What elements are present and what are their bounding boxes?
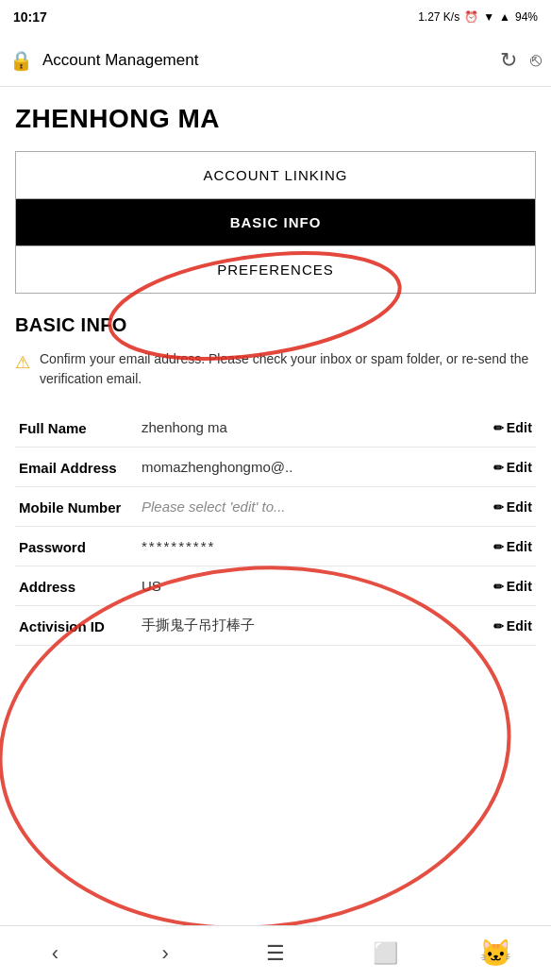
back-button[interactable]: ‹ [26, 935, 83, 972]
field-label-password: Password [15, 527, 138, 566]
battery-level: 94% [515, 10, 538, 24]
edit-pencil-icon: ✏ [493, 619, 504, 634]
table-row: Full Name zhenhong ma ✏ Edit [15, 408, 536, 448]
field-value-password: ********** [138, 527, 470, 566]
wifi-icon: ▼ [483, 10, 494, 24]
tab-section: ACCOUNT LINKING BASIC INFO PREFERENCES [15, 151, 536, 294]
tabs-button[interactable]: ⬜ [358, 935, 414, 972]
status-bar: 10:17 1.27 K/s ⏰ ▼ ▲ 94% [0, 0, 551, 34]
page-content: ZHENHONG MA ACCOUNT LINKING BASIC INFO P… [0, 87, 551, 712]
share-button[interactable]: ⎋ [530, 49, 542, 71]
field-value-activisionid: 手撕鬼子吊打棒子 [138, 606, 470, 646]
status-right: 1.27 K/s ⏰ ▼ ▲ 94% [418, 10, 538, 24]
browser-bar: 🔒 Account Management ↻ ⎋ [0, 34, 551, 87]
field-edit-fullname[interactable]: ✏ Edit [470, 408, 536, 448]
field-value-mobile: Please select 'edit' to... [138, 487, 470, 527]
alert-text: Confirm your email address. Please check… [40, 349, 536, 389]
refresh-button[interactable]: ↻ [500, 48, 517, 73]
edit-pencil-icon: ✏ [493, 580, 504, 594]
field-label-fullname: Full Name [15, 408, 138, 448]
tab-account-linking[interactable]: ACCOUNT LINKING [16, 152, 535, 199]
edit-pencil-icon: ✏ [493, 421, 504, 435]
bottom-nav: ‹ › ☰ ⬜ 🐱 [0, 925, 551, 980]
url-display[interactable]: Account Management [42, 51, 491, 70]
field-edit-mobile[interactable]: ✏ Edit [470, 487, 536, 527]
browser-actions: ↻ ⎋ [500, 48, 542, 73]
alert-box: ⚠ Confirm your email address. Please che… [15, 349, 536, 389]
alert-icon: ⚠ [15, 350, 30, 376]
user-name: ZHENHONG MA [15, 87, 536, 151]
edit-pencil-icon: ✏ [493, 540, 504, 554]
signal-icon: ▲ [499, 10, 510, 24]
menu-button[interactable]: ☰ [247, 935, 304, 972]
field-edit-address[interactable]: ✏ Edit [470, 566, 536, 606]
app-icon[interactable]: 🐱 [468, 935, 525, 972]
forward-button[interactable]: › [137, 935, 193, 972]
table-row: Address US ✏ Edit [15, 566, 536, 606]
alarm-icon: ⏰ [464, 10, 478, 24]
tab-preferences[interactable]: PREFERENCES [16, 246, 535, 293]
network-speed: 1.27 K/s [418, 10, 459, 24]
field-label-address: Address [15, 566, 138, 606]
field-label-mobile: Mobile Number [15, 487, 138, 527]
field-edit-activisionid[interactable]: ✏ Edit [470, 606, 536, 646]
table-row: Email Address momazhenghongmo@.. ✏ Edit [15, 448, 536, 487]
tab-basic-info[interactable]: BASIC INFO [16, 199, 535, 246]
field-label-email: Email Address [15, 448, 138, 487]
status-time: 10:17 [13, 9, 47, 25]
field-value-email: momazhenghongmo@.. [138, 448, 470, 487]
field-label-activisionid: Activision ID [15, 606, 138, 646]
edit-pencil-icon: ✏ [493, 500, 504, 515]
lock-icon: 🔒 [9, 49, 33, 72]
table-row: Mobile Number Please select 'edit' to...… [15, 487, 536, 527]
field-edit-password[interactable]: ✏ Edit [470, 527, 536, 566]
edit-pencil-icon: ✏ [493, 461, 504, 475]
field-edit-email[interactable]: ✏ Edit [470, 448, 536, 487]
section-heading: BASIC INFO [15, 314, 536, 336]
table-row: Password ********** ✏ Edit [15, 527, 536, 566]
info-table: Full Name zhenhong ma ✏ Edit Email Addre… [15, 408, 536, 646]
field-value-address: US [138, 566, 470, 606]
field-value-fullname: zhenhong ma [138, 408, 470, 448]
verification-link[interactable]: verification email [40, 371, 138, 386]
table-row: Activision ID 手撕鬼子吊打棒子 ✏ Edit [15, 606, 536, 646]
